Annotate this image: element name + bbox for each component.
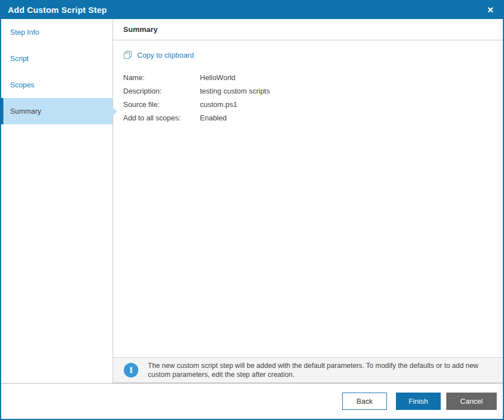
sidebar-item-script[interactable]: Script bbox=[1, 45, 113, 72]
titlebar: Add Custom Script Step ✕ bbox=[0, 0, 504, 19]
field-label: Source file: bbox=[123, 100, 200, 109]
field-label: Add to all scopes: bbox=[123, 114, 200, 122]
sidebar-item-label: Scopes bbox=[10, 81, 34, 89]
field-row-description: Description: testing custom scripts bbox=[123, 84, 503, 97]
field-value: Enabled bbox=[200, 114, 227, 122]
info-note: i The new custom script step will be add… bbox=[113, 357, 503, 383]
copy-to-clipboard-link[interactable]: Copy to clipboard bbox=[123, 50, 503, 59]
copy-icon bbox=[123, 50, 132, 59]
page-title: Summary bbox=[113, 19, 503, 40]
field-label: Description: bbox=[123, 87, 200, 95]
wizard-steps-sidebar: Step Info Script Scopes Summary bbox=[1, 19, 113, 383]
sidebar-item-label: Script bbox=[10, 54, 29, 63]
dialog-title: Add Custom Script Step bbox=[8, 5, 107, 15]
sidebar-item-label: Summary bbox=[10, 107, 41, 115]
cancel-button[interactable]: Cancel bbox=[446, 393, 497, 410]
sidebar-item-label: Step Info bbox=[10, 28, 39, 36]
back-button[interactable]: Back bbox=[342, 393, 387, 410]
content-panel: Summary Copy to clipboard Name: HelloWor… bbox=[113, 19, 503, 383]
dialog-add-custom-script-step: Add Custom Script Step ✕ Step Info Scrip… bbox=[0, 0, 504, 420]
field-row-source-file: Source file: custom.ps1 bbox=[123, 97, 503, 111]
summary-fields: Name: HelloWorld Description: testing cu… bbox=[123, 71, 503, 124]
sidebar-item-scopes[interactable]: Scopes bbox=[1, 72, 113, 98]
field-row-name: Name: HelloWorld bbox=[123, 71, 503, 84]
finish-button[interactable]: Finish bbox=[396, 393, 441, 410]
info-note-text: The new custom script step will be added… bbox=[148, 361, 483, 379]
close-icon[interactable]: ✕ bbox=[484, 4, 496, 15]
field-value: testing custom scripts bbox=[200, 87, 270, 95]
summary-section: Copy to clipboard Name: HelloWorld Descr… bbox=[113, 40, 503, 357]
sidebar-item-summary[interactable]: Summary bbox=[1, 98, 113, 124]
field-value: HelloWorld bbox=[200, 73, 235, 82]
info-icon-glyph: i bbox=[129, 365, 133, 375]
dialog-body: Step Info Script Scopes Summary Summary bbox=[1, 19, 503, 383]
info-icon: i bbox=[124, 363, 138, 377]
copy-link-label: Copy to clipboard bbox=[137, 51, 194, 59]
field-row-add-to-all-scopes: Add to all scopes: Enabled bbox=[123, 111, 503, 124]
dialog-footer: Back Finish Cancel bbox=[1, 383, 503, 419]
field-label: Name: bbox=[123, 73, 200, 82]
sidebar-item-step-info[interactable]: Step Info bbox=[1, 19, 113, 45]
field-value: custom.ps1 bbox=[200, 100, 237, 109]
